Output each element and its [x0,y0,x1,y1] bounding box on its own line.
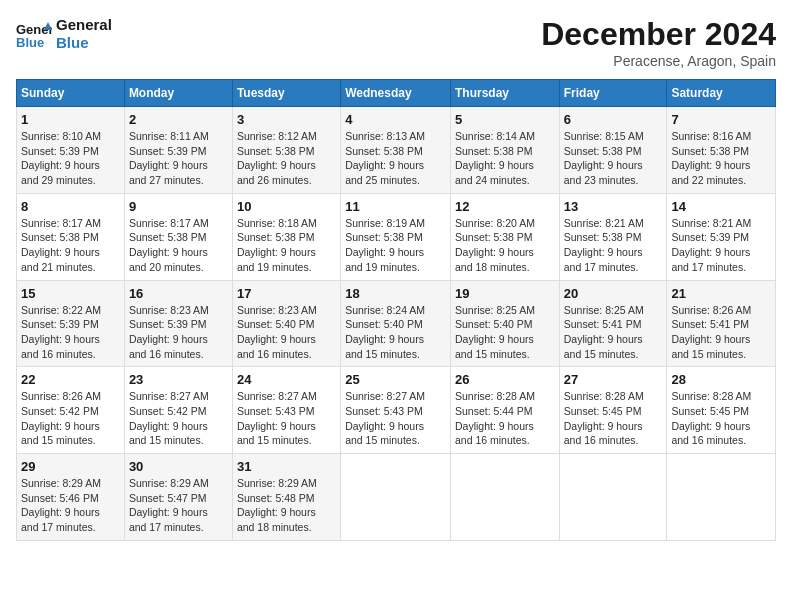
day-number: 15 [21,286,120,301]
day-cell: 7Sunrise: 8:16 AMSunset: 5:38 PMDaylight… [667,107,776,194]
day-number: 10 [237,199,336,214]
day-info: Sunrise: 8:13 AMSunset: 5:38 PMDaylight:… [345,129,446,188]
day-cell: 18Sunrise: 8:24 AMSunset: 5:40 PMDayligh… [341,280,451,367]
header-cell-monday: Monday [124,80,232,107]
day-number: 4 [345,112,446,127]
header-cell-tuesday: Tuesday [232,80,340,107]
day-info: Sunrise: 8:27 AMSunset: 5:42 PMDaylight:… [129,389,228,448]
week-row-3: 15Sunrise: 8:22 AMSunset: 5:39 PMDayligh… [17,280,776,367]
day-number: 25 [345,372,446,387]
day-cell: 8Sunrise: 8:17 AMSunset: 5:38 PMDaylight… [17,193,125,280]
svg-text:Blue: Blue [16,35,44,48]
calendar-body: 1Sunrise: 8:10 AMSunset: 5:39 PMDaylight… [17,107,776,541]
day-number: 24 [237,372,336,387]
day-info: Sunrise: 8:19 AMSunset: 5:38 PMDaylight:… [345,216,446,275]
day-info: Sunrise: 8:28 AMSunset: 5:45 PMDaylight:… [671,389,771,448]
day-info: Sunrise: 8:25 AMSunset: 5:40 PMDaylight:… [455,303,555,362]
day-cell: 24Sunrise: 8:27 AMSunset: 5:43 PMDayligh… [232,367,340,454]
day-info: Sunrise: 8:21 AMSunset: 5:38 PMDaylight:… [564,216,663,275]
day-number: 7 [671,112,771,127]
day-cell: 25Sunrise: 8:27 AMSunset: 5:43 PMDayligh… [341,367,451,454]
day-info: Sunrise: 8:20 AMSunset: 5:38 PMDaylight:… [455,216,555,275]
header-row: SundayMondayTuesdayWednesdayThursdayFrid… [17,80,776,107]
day-info: Sunrise: 8:18 AMSunset: 5:38 PMDaylight:… [237,216,336,275]
day-info: Sunrise: 8:12 AMSunset: 5:38 PMDaylight:… [237,129,336,188]
day-number: 18 [345,286,446,301]
day-cell: 17Sunrise: 8:23 AMSunset: 5:40 PMDayligh… [232,280,340,367]
day-info: Sunrise: 8:10 AMSunset: 5:39 PMDaylight:… [21,129,120,188]
day-cell: 13Sunrise: 8:21 AMSunset: 5:38 PMDayligh… [559,193,667,280]
day-info: Sunrise: 8:26 AMSunset: 5:42 PMDaylight:… [21,389,120,448]
day-number: 12 [455,199,555,214]
day-number: 1 [21,112,120,127]
header-cell-thursday: Thursday [450,80,559,107]
day-cell: 29Sunrise: 8:29 AMSunset: 5:46 PMDayligh… [17,454,125,541]
calendar-subtitle: Peracense, Aragon, Spain [541,53,776,69]
day-number: 14 [671,199,771,214]
day-number: 31 [237,459,336,474]
day-number: 29 [21,459,120,474]
day-number: 11 [345,199,446,214]
day-info: Sunrise: 8:22 AMSunset: 5:39 PMDaylight:… [21,303,120,362]
day-info: Sunrise: 8:29 AMSunset: 5:46 PMDaylight:… [21,476,120,535]
day-info: Sunrise: 8:23 AMSunset: 5:40 PMDaylight:… [237,303,336,362]
logo-line2: Blue [56,34,112,52]
day-cell: 2Sunrise: 8:11 AMSunset: 5:39 PMDaylight… [124,107,232,194]
day-number: 9 [129,199,228,214]
day-cell: 19Sunrise: 8:25 AMSunset: 5:40 PMDayligh… [450,280,559,367]
week-row-1: 1Sunrise: 8:10 AMSunset: 5:39 PMDaylight… [17,107,776,194]
day-number: 2 [129,112,228,127]
day-info: Sunrise: 8:25 AMSunset: 5:41 PMDaylight:… [564,303,663,362]
day-info: Sunrise: 8:16 AMSunset: 5:38 PMDaylight:… [671,129,771,188]
day-number: 21 [671,286,771,301]
day-info: Sunrise: 8:29 AMSunset: 5:47 PMDaylight:… [129,476,228,535]
day-info: Sunrise: 8:27 AMSunset: 5:43 PMDaylight:… [345,389,446,448]
day-info: Sunrise: 8:24 AMSunset: 5:40 PMDaylight:… [345,303,446,362]
page-header: General Blue General Blue December 2024 … [16,16,776,69]
day-cell: 4Sunrise: 8:13 AMSunset: 5:38 PMDaylight… [341,107,451,194]
day-cell [450,454,559,541]
calendar-header: SundayMondayTuesdayWednesdayThursdayFrid… [17,80,776,107]
day-number: 27 [564,372,663,387]
week-row-5: 29Sunrise: 8:29 AMSunset: 5:46 PMDayligh… [17,454,776,541]
day-number: 13 [564,199,663,214]
day-info: Sunrise: 8:28 AMSunset: 5:44 PMDaylight:… [455,389,555,448]
day-cell: 3Sunrise: 8:12 AMSunset: 5:38 PMDaylight… [232,107,340,194]
day-info: Sunrise: 8:27 AMSunset: 5:43 PMDaylight:… [237,389,336,448]
day-info: Sunrise: 8:29 AMSunset: 5:48 PMDaylight:… [237,476,336,535]
day-cell: 20Sunrise: 8:25 AMSunset: 5:41 PMDayligh… [559,280,667,367]
logo-icon: General Blue [16,20,52,48]
day-number: 6 [564,112,663,127]
day-number: 30 [129,459,228,474]
day-number: 20 [564,286,663,301]
day-cell: 5Sunrise: 8:14 AMSunset: 5:38 PMDaylight… [450,107,559,194]
day-cell: 26Sunrise: 8:28 AMSunset: 5:44 PMDayligh… [450,367,559,454]
day-cell: 30Sunrise: 8:29 AMSunset: 5:47 PMDayligh… [124,454,232,541]
day-info: Sunrise: 8:17 AMSunset: 5:38 PMDaylight:… [129,216,228,275]
day-cell: 12Sunrise: 8:20 AMSunset: 5:38 PMDayligh… [450,193,559,280]
header-cell-saturday: Saturday [667,80,776,107]
day-info: Sunrise: 8:28 AMSunset: 5:45 PMDaylight:… [564,389,663,448]
day-info: Sunrise: 8:15 AMSunset: 5:38 PMDaylight:… [564,129,663,188]
day-cell: 31Sunrise: 8:29 AMSunset: 5:48 PMDayligh… [232,454,340,541]
header-cell-wednesday: Wednesday [341,80,451,107]
day-cell [667,454,776,541]
day-number: 19 [455,286,555,301]
day-cell: 22Sunrise: 8:26 AMSunset: 5:42 PMDayligh… [17,367,125,454]
day-number: 16 [129,286,228,301]
day-info: Sunrise: 8:26 AMSunset: 5:41 PMDaylight:… [671,303,771,362]
week-row-2: 8Sunrise: 8:17 AMSunset: 5:38 PMDaylight… [17,193,776,280]
day-cell: 1Sunrise: 8:10 AMSunset: 5:39 PMDaylight… [17,107,125,194]
day-cell: 28Sunrise: 8:28 AMSunset: 5:45 PMDayligh… [667,367,776,454]
day-cell: 9Sunrise: 8:17 AMSunset: 5:38 PMDaylight… [124,193,232,280]
day-number: 17 [237,286,336,301]
calendar-title: December 2024 [541,16,776,53]
header-cell-sunday: Sunday [17,80,125,107]
day-info: Sunrise: 8:11 AMSunset: 5:39 PMDaylight:… [129,129,228,188]
day-number: 23 [129,372,228,387]
day-cell: 6Sunrise: 8:15 AMSunset: 5:38 PMDaylight… [559,107,667,194]
day-cell: 10Sunrise: 8:18 AMSunset: 5:38 PMDayligh… [232,193,340,280]
title-block: December 2024 Peracense, Aragon, Spain [541,16,776,69]
day-cell: 21Sunrise: 8:26 AMSunset: 5:41 PMDayligh… [667,280,776,367]
day-number: 3 [237,112,336,127]
